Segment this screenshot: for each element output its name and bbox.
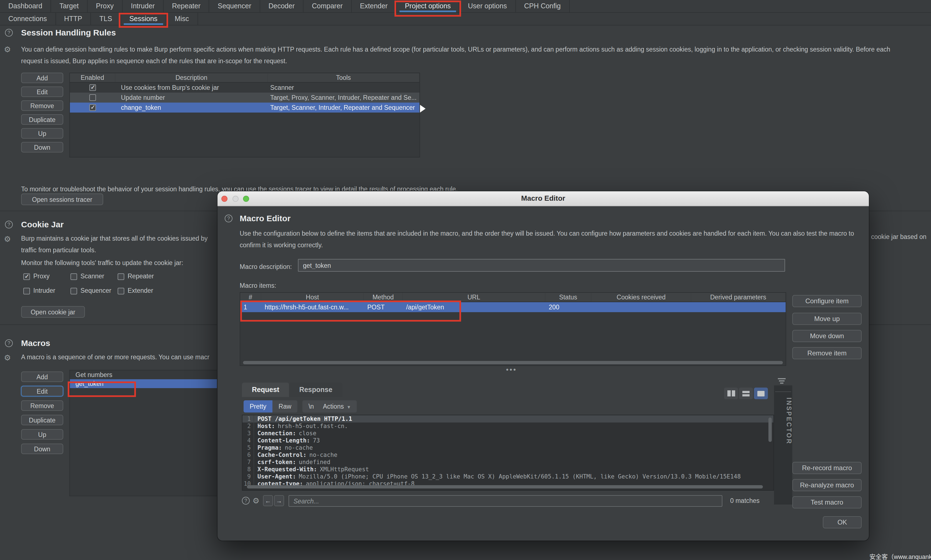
gear-icon[interactable]: ⚙ bbox=[253, 497, 259, 505]
main-tab[interactable]: Comparer bbox=[304, 0, 351, 12]
column-header[interactable]: # bbox=[240, 293, 261, 302]
splitter-handle[interactable]: ••• bbox=[506, 365, 517, 374]
help-icon[interactable]: ? bbox=[242, 497, 250, 505]
main-tab[interactable]: User options bbox=[460, 0, 516, 12]
vertical-scrollbar[interactable] bbox=[768, 417, 772, 442]
message-tab[interactable]: Request bbox=[242, 383, 289, 397]
sub-tab[interactable]: Sessions bbox=[121, 13, 166, 25]
inspector-panel[interactable]: INSPECTOR bbox=[774, 385, 792, 505]
actions-dropdown[interactable]: Actions▼ bbox=[318, 400, 356, 412]
macro-action-button[interactable]: Re-record macro bbox=[792, 462, 862, 474]
macro-list-item[interactable]: get_token bbox=[70, 379, 217, 388]
item-button[interactable]: Remove item bbox=[792, 347, 862, 359]
zoom-window-icon[interactable] bbox=[243, 196, 249, 202]
item-button[interactable]: Move down bbox=[792, 330, 862, 342]
macro-action-button[interactable]: Test macro bbox=[792, 496, 862, 508]
macro-button[interactable]: Add bbox=[21, 371, 63, 382]
main-tab[interactable]: Proxy bbox=[88, 0, 123, 12]
tool-checkbox-item[interactable]: ✓Intruder bbox=[23, 287, 71, 294]
tool-checkbox-item[interactable]: ✓Scanner bbox=[71, 273, 118, 280]
item-button[interactable]: Configure item bbox=[792, 295, 862, 307]
session-rule-button[interactable]: Add bbox=[21, 72, 63, 83]
macro-item-row[interactable]: 1 https://hrsh-h5-out.fast-cn.w... POST … bbox=[240, 302, 786, 312]
ok-button[interactable]: OK bbox=[823, 516, 862, 528]
session-rule-button[interactable]: Down bbox=[21, 142, 63, 152]
layout-stacked-icon[interactable] bbox=[739, 388, 753, 399]
search-next-button[interactable]: → bbox=[274, 495, 284, 506]
macro-button[interactable]: Down bbox=[21, 443, 63, 454]
checkbox[interactable]: ✓ bbox=[118, 273, 124, 280]
open-cookie-jar-button[interactable]: Open cookie jar bbox=[21, 306, 85, 318]
item-button[interactable]: Move up bbox=[792, 313, 862, 325]
table-row[interactable]: ✓ Update number Target, Proxy, Scanner, … bbox=[70, 92, 419, 103]
sub-tab[interactable]: Connections bbox=[0, 13, 56, 25]
tool-checkbox-item[interactable]: ✓Extender bbox=[118, 287, 170, 294]
session-rule-button[interactable]: Remove bbox=[21, 100, 63, 111]
main-tab[interactable]: CPH Config bbox=[516, 0, 570, 12]
layout-side-by-side-icon[interactable] bbox=[724, 388, 738, 399]
help-icon[interactable]: ? bbox=[5, 29, 13, 37]
enabled-checkbox[interactable]: ✓ bbox=[89, 85, 96, 91]
close-window-icon[interactable] bbox=[221, 196, 228, 202]
open-sessions-tracer-button[interactable]: Open sessions tracer bbox=[21, 194, 103, 205]
help-icon[interactable]: ? bbox=[225, 215, 233, 222]
macro-action-button[interactable]: Re-analyze macro bbox=[792, 479, 862, 491]
dialog-title-bar[interactable]: Macro Editor bbox=[217, 191, 869, 206]
macro-button[interactable]: Edit bbox=[21, 386, 63, 397]
minimize-window-icon[interactable] bbox=[233, 196, 239, 202]
main-tab[interactable]: Repeater bbox=[164, 0, 210, 12]
column-header[interactable]: Enabled bbox=[70, 73, 116, 82]
filter-icon[interactable] bbox=[778, 378, 786, 384]
main-tab[interactable]: Dashboard bbox=[0, 0, 51, 12]
macro-button[interactable]: Up bbox=[21, 429, 63, 440]
column-header[interactable]: Host bbox=[261, 293, 364, 302]
checkbox[interactable]: ✓ bbox=[23, 273, 30, 280]
checkbox[interactable]: ✓ bbox=[23, 288, 30, 294]
checkbox[interactable]: ✓ bbox=[71, 273, 77, 280]
checkbox[interactable]: ✓ bbox=[118, 288, 124, 294]
column-header[interactable]: Tools bbox=[268, 73, 419, 82]
enabled-checkbox[interactable]: ✓ bbox=[89, 95, 96, 101]
horizontal-scrollbar[interactable] bbox=[247, 485, 763, 488]
view-mode-tab[interactable]: Raw bbox=[273, 400, 297, 412]
column-header[interactable]: Derived parameters bbox=[691, 293, 786, 302]
main-tab[interactable]: Target bbox=[51, 0, 88, 12]
layout-single-icon[interactable] bbox=[754, 388, 768, 399]
message-tab[interactable]: Response bbox=[289, 383, 342, 397]
table-row[interactable]: ✓ Use cookies from Burp's cookie jar Sca… bbox=[70, 83, 419, 92]
tool-checkbox-item[interactable]: ✓Proxy bbox=[23, 273, 71, 280]
session-rule-button[interactable]: Duplicate bbox=[21, 114, 63, 125]
main-tab[interactable]: Sequencer bbox=[210, 0, 260, 12]
sub-tab[interactable]: Misc bbox=[166, 13, 198, 25]
session-rule-button[interactable]: Up bbox=[21, 128, 63, 138]
search-input[interactable] bbox=[288, 495, 722, 507]
sub-tab[interactable]: HTTP bbox=[56, 13, 91, 25]
column-header[interactable]: URL bbox=[403, 293, 546, 302]
main-tab[interactable]: Project options bbox=[396, 0, 459, 12]
main-tab[interactable]: Extender bbox=[351, 0, 396, 12]
gear-icon[interactable]: ⚙ bbox=[4, 354, 11, 362]
view-mode-tab[interactable]: Pretty bbox=[244, 400, 273, 412]
gear-icon[interactable]: ⚙ bbox=[4, 45, 11, 53]
tool-checkbox-item[interactable]: ✓Repeater bbox=[118, 273, 170, 280]
help-icon[interactable]: ? bbox=[5, 221, 13, 228]
checkbox[interactable]: ✓ bbox=[71, 288, 77, 294]
request-editor[interactable]: 1 POST /api/getToken HTTP/1.1 2 Host:hrs… bbox=[242, 415, 774, 491]
help-icon[interactable]: ? bbox=[5, 339, 13, 347]
column-header[interactable]: Description bbox=[116, 73, 268, 82]
sub-tab[interactable]: TLS bbox=[91, 13, 121, 25]
macro-list-item[interactable]: Get numbers bbox=[70, 370, 217, 379]
column-header[interactable]: Method bbox=[364, 293, 403, 302]
main-tab[interactable]: Intruder bbox=[123, 0, 164, 12]
table-row[interactable]: ✓ change_token Target, Scanner, Intruder… bbox=[70, 103, 419, 112]
column-header[interactable]: Cookies received bbox=[592, 293, 691, 302]
gear-icon[interactable]: ⚙ bbox=[4, 235, 11, 243]
macro-description-input[interactable] bbox=[298, 259, 785, 272]
enabled-checkbox[interactable]: ✓ bbox=[89, 105, 96, 111]
session-rule-button[interactable]: Edit bbox=[21, 86, 63, 97]
column-header[interactable]: Status bbox=[546, 293, 592, 302]
tool-checkbox-item[interactable]: ✓Sequencer bbox=[71, 287, 118, 294]
main-tab[interactable]: Decoder bbox=[260, 0, 304, 12]
macro-button[interactable]: Remove bbox=[21, 400, 63, 411]
macro-button[interactable]: Duplicate bbox=[21, 415, 63, 425]
